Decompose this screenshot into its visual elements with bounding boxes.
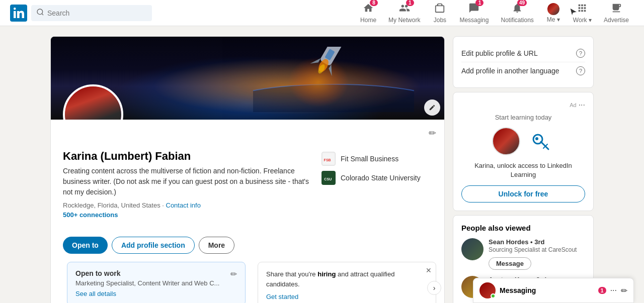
nav-my-network[interactable]: 1 My Network [383, 0, 425, 26]
open-to-work-card: Open to work Marketing Specialist, Conte… [67, 262, 246, 303]
cards-row: Open to work Marketing Specialist, Conte… [59, 262, 436, 303]
work-label: Work ▾ [573, 17, 592, 24]
profile-bio: Creating content across the multiverse o… [63, 166, 311, 197]
messaging-bar: Messaging 1 ··· ✏ [473, 278, 634, 303]
open-to-work-content: Open to work Marketing Specialist, Conte… [75, 269, 219, 298]
open-to-work-title: Open to work [75, 269, 219, 277]
me-icon-wrap [547, 3, 559, 15]
jobs-icon-wrap [434, 3, 445, 16]
work-icon-wrap [577, 3, 588, 16]
edit-profile-url-row[interactable]: Edit public profile & URL ? [461, 45, 585, 62]
cover-edit-button[interactable] [424, 99, 440, 116]
nav-me[interactable]: Me ▾ [541, 0, 566, 26]
sean-title: Sourcing Specialist at CareScout [489, 246, 585, 254]
svg-point-20 [535, 137, 538, 140]
ad-card: Ad ··· Start learning today Karina, unlo… [453, 92, 594, 211]
hiring-card: ✕ Share that you're hiring and attract q… [258, 262, 436, 303]
add-language-row[interactable]: Add profile in another language ? [461, 62, 585, 79]
company-row-2: CSU Colorado State University [321, 171, 432, 185]
open-to-button[interactable]: Open to [63, 237, 108, 254]
open-to-work-subtitle: Marketing Specialist, Content Writer and… [75, 279, 219, 287]
open-to-work-edit-button[interactable]: ✏ [230, 269, 237, 279]
advertise-icon-wrap [611, 3, 622, 16]
messaging-bar-badge: 1 [598, 287, 606, 294]
ad-user-avatar [492, 127, 520, 155]
jobs-label: Jobs [434, 17, 446, 24]
avatar-image [65, 86, 121, 120]
sean-info: Sean Hordes • 3rd Sourcing Specialist at… [489, 238, 585, 270]
hiring-card-text: Share that you're hiring and attract qua… [266, 269, 428, 289]
ad-learn-text: Start learning today [461, 114, 585, 121]
add-language-help-icon[interactable]: ? [576, 66, 585, 75]
messaging-label: Messaging [459, 17, 489, 24]
svg-line-17 [541, 142, 548, 149]
edit-profile-card: Edit public profile & URL ? Add profile … [453, 36, 594, 88]
add-language-label: Add profile in another language [461, 67, 559, 75]
edit-profile-help-icon[interactable]: ? [576, 49, 585, 58]
nav-messaging[interactable]: 1 Messaging [454, 0, 494, 26]
connections-count[interactable]: 500+ connections [63, 211, 311, 219]
advertise-label: Advertise [604, 17, 629, 24]
ad-avatars [461, 127, 585, 155]
ad-label: Ad [570, 102, 576, 108]
company-name-csu: Colorado State University [341, 174, 421, 182]
notifications-label: Notifications [501, 17, 533, 24]
unlock-button[interactable]: Unlock for free [461, 185, 585, 203]
people-also-viewed-title: People also viewed [461, 224, 585, 232]
hiring-card-close-button[interactable]: ✕ [426, 266, 432, 274]
my-network-icon-wrap: 1 [399, 3, 410, 16]
network-label: My Network [388, 17, 420, 24]
messaging-avatar [479, 282, 496, 298]
nav-notifications[interactable]: 49 Notifications [496, 0, 538, 26]
navbar: 8 Home 1 My Network Jobs 1 Messaging [0, 0, 644, 26]
main-content: ✏ Karina (Lumbert) Fabian Creating conte… [0, 26, 644, 303]
search-input[interactable] [47, 9, 147, 17]
messaging-icon-wrap: 1 [468, 3, 479, 16]
company-name-fit: Fit Small Business [341, 155, 398, 163]
search-bar[interactable] [31, 5, 152, 21]
search-icon [36, 8, 44, 18]
notifications-badge: 49 [517, 0, 527, 6]
sean-message-button[interactable]: Message [489, 257, 531, 270]
contact-info-link[interactable]: Contact info [166, 201, 201, 209]
messaging-bar-icons: ··· ✏ [610, 286, 627, 295]
messaging-nav-badge: 1 [475, 0, 484, 6]
ad-message: Karina, unlock access to LinkedIn Learni… [461, 161, 585, 179]
next-card-button[interactable]: › [427, 281, 441, 295]
svg-point-1 [37, 9, 43, 15]
nav-advertise[interactable]: Advertise [599, 0, 634, 26]
notifications-icon-wrap: 49 [512, 3, 523, 16]
svg-point-4 [288, 57, 349, 107]
edit-profile-url-label: Edit public profile & URL [461, 49, 538, 57]
sean-name: Sean Hordes • 3rd [489, 238, 585, 246]
profile-name: Karina (Lumbert) Fabian [63, 150, 311, 163]
nav-items: 8 Home 1 My Network Jobs 1 Messaging [355, 0, 634, 26]
home-badge: 8 [370, 0, 378, 6]
profile-location: Rockledge, Florida, United States · Cont… [63, 201, 311, 209]
left-column: ✏ Karina (Lumbert) Fabian Creating conte… [50, 36, 445, 303]
profile-info: ✏ Karina (Lumbert) Fabian Creating conte… [51, 120, 444, 233]
ad-more-button[interactable]: ··· [579, 100, 585, 110]
messaging-online-indicator [491, 293, 496, 298]
profile-edit-button[interactable]: ✏ [429, 128, 436, 139]
get-started-link[interactable]: Get started [266, 293, 298, 300]
svg-text:CSU: CSU [324, 177, 332, 181]
more-button[interactable]: More [199, 237, 234, 254]
nav-home[interactable]: 8 Home [355, 0, 381, 26]
messaging-compose-button[interactable]: ✏ [621, 286, 627, 295]
person-row-sean: Sean Hordes • 3rd Sourcing Specialist at… [461, 238, 585, 270]
network-badge: 1 [406, 0, 414, 6]
svg-text:FSB: FSB [324, 158, 331, 162]
company-logo-fit: FSB [321, 152, 336, 166]
svg-line-19 [543, 146, 545, 148]
linkedin-logo[interactable] [10, 5, 27, 22]
see-all-details-link[interactable]: See all details [75, 290, 116, 297]
nav-jobs[interactable]: Jobs [427, 0, 452, 26]
home-label: Home [360, 17, 376, 24]
nav-work[interactable]: Work ▾ [568, 0, 597, 26]
add-profile-section-button[interactable]: Add profile section [112, 237, 195, 254]
sean-avatar [461, 238, 484, 260]
messaging-bar-label: Messaging [500, 286, 594, 294]
messaging-more-button[interactable]: ··· [610, 286, 617, 295]
cover-photo [51, 37, 444, 120]
